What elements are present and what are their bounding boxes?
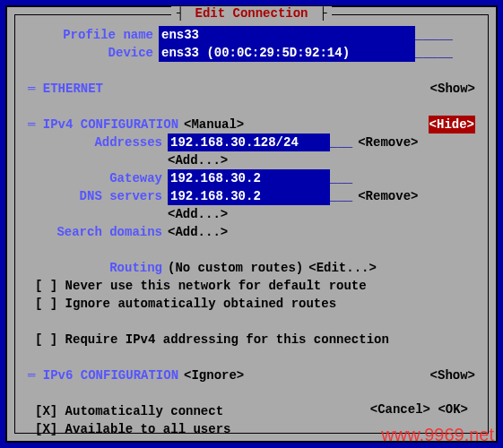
dns-remove-button[interactable]: <Remove> <box>352 187 418 205</box>
search-domains-label: Search domains <box>28 223 168 241</box>
routing-label: Routing <box>28 259 168 277</box>
cb-ignore-routes[interactable]: [ ] Ignore automatically obtained routes <box>28 295 336 313</box>
dialog-outer: ┤ Edit Connection ├ Profile name ens33 _… <box>5 5 498 443</box>
underscore-icon: ___ <box>330 169 352 187</box>
ipv6-show-button[interactable]: <Show> <box>425 366 475 384</box>
watermark: www.9969.net <box>381 425 494 445</box>
title-pipe-right: ├ <box>319 6 326 21</box>
underscore-icon: ___ <box>330 134 352 151</box>
profile-name-input[interactable]: ens33 <box>159 26 415 44</box>
device-label: Device <box>28 44 159 62</box>
cb-all-users[interactable]: [X] Available to all users <box>28 420 230 438</box>
underscore-icon: _____ <box>415 44 453 62</box>
address-add-button[interactable]: <Add...> <box>168 151 228 169</box>
section-marker: ═ <box>28 80 43 98</box>
ipv6-header: IPv6 CONFIGURATION <box>43 366 178 384</box>
ethernet-header: ETHERNET <box>43 80 103 98</box>
device-input[interactable]: ens33 (00:0C:29:5D:92:14) <box>159 44 415 62</box>
cb-auto-connect[interactable]: [X] Automatically connect <box>28 402 223 420</box>
section-marker: ═ <box>28 116 43 134</box>
dns-input[interactable]: 192.168.30.2 <box>168 187 330 205</box>
ethernet-show-button[interactable]: <Show> <box>425 80 475 98</box>
underscore-icon: _____ <box>415 26 453 44</box>
title-pipe-left: ┤ <box>177 6 184 21</box>
ok-button[interactable]: <OK> <box>438 402 468 417</box>
ipv4-header: IPv4 CONFIGURATION <box>43 116 178 134</box>
gateway-input[interactable]: 192.168.30.2 <box>168 169 330 187</box>
cb-never-default[interactable]: [ ] Never use this network for default r… <box>28 277 367 295</box>
ipv4-hide-button[interactable]: <Hide> <box>429 116 475 134</box>
profile-name-label: Profile name <box>28 26 159 44</box>
search-add-button[interactable]: <Add...> <box>168 223 228 241</box>
cancel-button[interactable]: <Cancel> <box>370 402 430 417</box>
dialog-title: Edit Connection <box>191 6 311 21</box>
underscore-icon: ___ <box>330 187 352 205</box>
routing-value: (No custom routes) <box>168 259 303 277</box>
dns-add-button[interactable]: <Add...> <box>168 205 228 223</box>
dialog-inner: ┤ Edit Connection ├ Profile name ens33 _… <box>14 14 489 434</box>
cb-require-ipv4[interactable]: [ ] Require IPv4 addressing for this con… <box>28 331 389 349</box>
dns-label: DNS servers <box>28 187 168 205</box>
ipv4-mode-select[interactable]: <Manual> <box>178 116 244 134</box>
addresses-input[interactable]: 192.168.30.128/24 <box>168 134 330 151</box>
section-marker: ═ <box>28 366 43 384</box>
addresses-label: Addresses <box>28 134 168 151</box>
gateway-label: Gateway <box>28 169 168 187</box>
ipv6-mode-select[interactable]: <Ignore> <box>178 366 244 384</box>
routing-edit-button[interactable]: <Edit...> <box>303 259 377 277</box>
dialog-title-wrap: ┤ Edit Connection ├ <box>15 6 488 21</box>
address-remove-button[interactable]: <Remove> <box>352 134 418 151</box>
